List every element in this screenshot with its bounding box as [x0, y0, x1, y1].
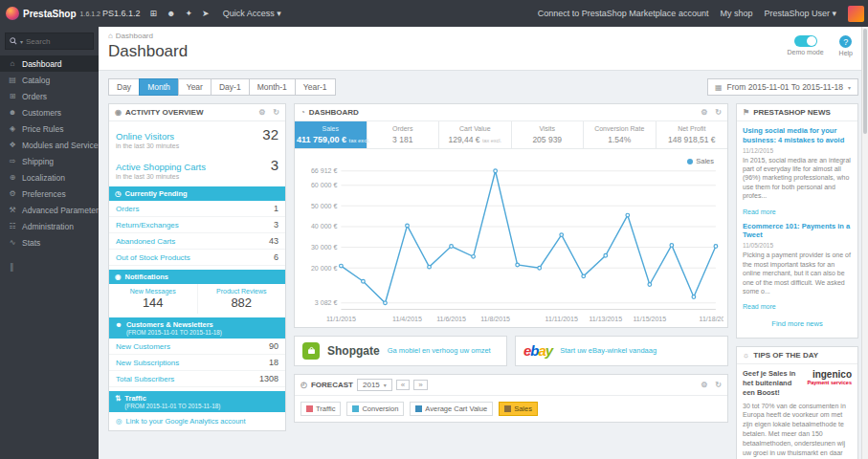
- period-year-1-button[interactable]: Year-1: [295, 78, 336, 96]
- my-shop-link[interactable]: My shop: [720, 9, 752, 18]
- kpi-tab-sales[interactable]: Sales 411 759,00 € tax excl.: [295, 121, 367, 148]
- period-day-button[interactable]: Day: [108, 78, 139, 96]
- tips-of-the-day-panel: ☼ TIPS OF THE DAY Geef je Sales in het b…: [736, 346, 858, 459]
- svg-text:40 000 €: 40 000 €: [311, 223, 338, 230]
- tip-body: 30 tot 70% van de consumenten in Europa …: [743, 402, 852, 459]
- home-icon: ⌂: [8, 59, 17, 68]
- panel-title: ACTIVITY OVERVIEW: [125, 108, 204, 117]
- online-visitors-sub: in the last 30 minutes: [109, 142, 285, 152]
- sidebar-item-localization[interactable]: ⊕ Localization: [0, 169, 99, 186]
- sidebar-item-label: Localization: [22, 173, 65, 183]
- news-article-title[interactable]: Using social media for your business: 4 …: [743, 126, 852, 145]
- ebay-promo-link[interactable]: Start uw eBay-winkel vandaag: [560, 346, 657, 355]
- forecast-chip-sales[interactable]: Sales: [499, 402, 538, 416]
- product-reviews-stat[interactable]: Product Reviews 882: [197, 284, 286, 314]
- total-subscribers-link[interactable]: Total Subscribers: [116, 375, 174, 383]
- main-area: ⌂ Dashboard Dashboard Demo mode ? Help D…: [99, 27, 868, 459]
- page-title: Dashboard: [108, 42, 858, 61]
- breadcrumb[interactable]: ⌂ Dashboard: [108, 32, 858, 40]
- pending-orders-link[interactable]: Orders: [116, 205, 139, 213]
- forecast-chip-average-cart-value[interactable]: Average Cart Value: [410, 402, 493, 416]
- folder-icon: ▤: [8, 76, 17, 84]
- online-visitors-link[interactable]: Online Visitors: [116, 131, 174, 142]
- cart-icon[interactable]: ⊞: [150, 9, 158, 18]
- sidebar-item-shipping[interactable]: ⇨ Shipping: [0, 153, 99, 169]
- forecast-prev-button[interactable]: «: [396, 380, 410, 390]
- out-of-stock-link[interactable]: Out of Stock Products: [116, 253, 190, 262]
- marketplace-link[interactable]: Connect to PrestaShop Marketplace accoun…: [538, 9, 709, 18]
- panel-settings-icon[interactable]: ⚙: [701, 381, 707, 389]
- forecast-year-select[interactable]: 2015 ▾: [357, 379, 392, 391]
- page-header: ⌂ Dashboard Dashboard Demo mode ? Help: [99, 27, 868, 71]
- panel-refresh-icon[interactable]: ↻: [715, 381, 722, 389]
- panel-refresh-icon[interactable]: ↻: [715, 108, 722, 117]
- date-range-picker[interactable]: ▦ From 2015-11-01 To 2015-11-18 ▾: [707, 78, 858, 96]
- sidebar-item-label: Stats: [22, 238, 40, 248]
- sidebar-item-price-rules[interactable]: ◈ Price Rules: [0, 120, 99, 137]
- panel-refresh-icon[interactable]: ↻: [273, 108, 279, 117]
- customers-section-header: ☻ Customers & Newsletters (FROM 2015-11-…: [109, 317, 285, 339]
- svg-text:11/1/2015: 11/1/2015: [326, 316, 356, 322]
- period-month-button[interactable]: Month: [139, 78, 178, 96]
- find-more-news-link[interactable]: Find more news: [743, 317, 852, 333]
- scrollbar-thumb[interactable]: [863, 29, 867, 134]
- sidebar-item-modules[interactable]: ❖ Modules and Services: [0, 137, 99, 153]
- shopgate-promo: Shopgate Ga mobiel en verhoog uw omzet: [294, 336, 507, 366]
- user-menu[interactable]: PrestaShop User ▾: [764, 9, 836, 18]
- kpi-tab-orders[interactable]: Orders 3 181: [367, 121, 440, 148]
- period-day-1-button[interactable]: Day-1: [211, 78, 249, 96]
- read-more-link[interactable]: Read more: [743, 303, 776, 310]
- quick-access-dropdown[interactable]: Quick Access ▾: [223, 9, 281, 18]
- activity-overview-panel: ◉ ACTIVITY OVERVIEW ⚙ ↻ Online Visitors …: [108, 103, 286, 431]
- shopgate-promo-link[interactable]: Ga mobiel en verhoog uw omzet: [388, 346, 491, 355]
- prestashop-logo[interactable]: PrestaShop 1.6.1.2: [0, 7, 99, 20]
- news-article-title[interactable]: Ecommerce 101: Payments in a Tweet: [743, 222, 852, 241]
- sidebar-search[interactable]: ▾: [5, 33, 94, 50]
- kpi-tab-visits[interactable]: Visits 205 939: [512, 121, 585, 148]
- new-messages-stat[interactable]: New Messages 144: [109, 284, 197, 314]
- rocket-icon[interactable]: ➤: [202, 9, 210, 18]
- sidebar-item-catalog[interactable]: ▤ Catalog: [0, 72, 99, 88]
- svg-text:66 912 €: 66 912 €: [311, 167, 338, 174]
- profile-icon[interactable]: ☻: [167, 9, 175, 18]
- google-analytics-link[interactable]: ◎ Link to your Google Analytics account: [109, 412, 285, 430]
- logo-version: 1.6.1.2: [80, 11, 100, 17]
- forecast-chip-traffic[interactable]: Traffic: [300, 402, 341, 416]
- sidebar-item-preferences[interactable]: ⚙ Preferences: [0, 186, 99, 202]
- read-more-link[interactable]: Read more: [743, 208, 776, 215]
- demo-mode-toggle[interactable]: [794, 35, 817, 47]
- search-icon: [10, 37, 17, 45]
- kpi-tab-conversion-rate[interactable]: Conversion Rate 1.54%: [584, 121, 657, 148]
- period-month-1-button[interactable]: Month-1: [249, 78, 295, 96]
- sidebar-item-advanced-parameters[interactable]: ⚒ Advanced Parameters: [0, 202, 99, 218]
- search-input[interactable]: [26, 37, 89, 46]
- page-scrollbar[interactable]: [861, 27, 868, 459]
- sidebar-item-administration[interactable]: ☷ Administration: [0, 218, 99, 234]
- kpi-tab-cart-value[interactable]: Cart Value 129,44 € tax excl.: [439, 121, 512, 148]
- sidebar-item-stats[interactable]: ∿ Stats: [0, 234, 99, 251]
- abandoned-carts-link[interactable]: Abandoned Carts: [116, 237, 175, 246]
- user-avatar[interactable]: [848, 6, 864, 22]
- forecast-legend: Traffic Conversion Average Cart Value Sa…: [295, 396, 727, 422]
- period-year-button[interactable]: Year: [178, 78, 211, 96]
- sidebar-item-customers[interactable]: ☻ Customers: [0, 104, 99, 120]
- sidebar-item-dashboard[interactable]: ⌂ Dashboard: [0, 55, 99, 72]
- active-carts-link[interactable]: Active Shopping Carts: [116, 162, 206, 172]
- list-item: Return/Exchanges 3: [109, 217, 285, 233]
- new-customers-link[interactable]: New Customers: [116, 342, 170, 351]
- new-subscriptions-link[interactable]: New Subscriptions: [116, 359, 179, 367]
- panel-settings-icon[interactable]: ⚙: [258, 108, 265, 117]
- search-type-caret-icon[interactable]: ▾: [20, 38, 23, 45]
- swatch-icon: [306, 405, 313, 412]
- sidebar-item-orders[interactable]: ⊞ Orders: [0, 88, 99, 104]
- help-icon[interactable]: ?: [839, 35, 852, 48]
- sidebar-collapse-button[interactable]: ∥: [0, 251, 99, 283]
- pending-returns-link[interactable]: Return/Exchanges: [116, 221, 179, 230]
- panel-settings-icon[interactable]: ⚙: [701, 108, 707, 117]
- ebay-logo-text: ebay: [523, 342, 552, 359]
- forecast-next-button[interactable]: »: [413, 380, 427, 390]
- forecast-chip-conversion[interactable]: Conversion: [346, 402, 404, 416]
- kpi-tab-net-profit[interactable]: Net Profit 148 918,51 €: [657, 121, 728, 148]
- megaphone-icon[interactable]: ✦: [186, 9, 193, 18]
- sales-chart-container: 3 082 €20 000 €30 000 €40 000 €50 000 €6…: [295, 149, 727, 327]
